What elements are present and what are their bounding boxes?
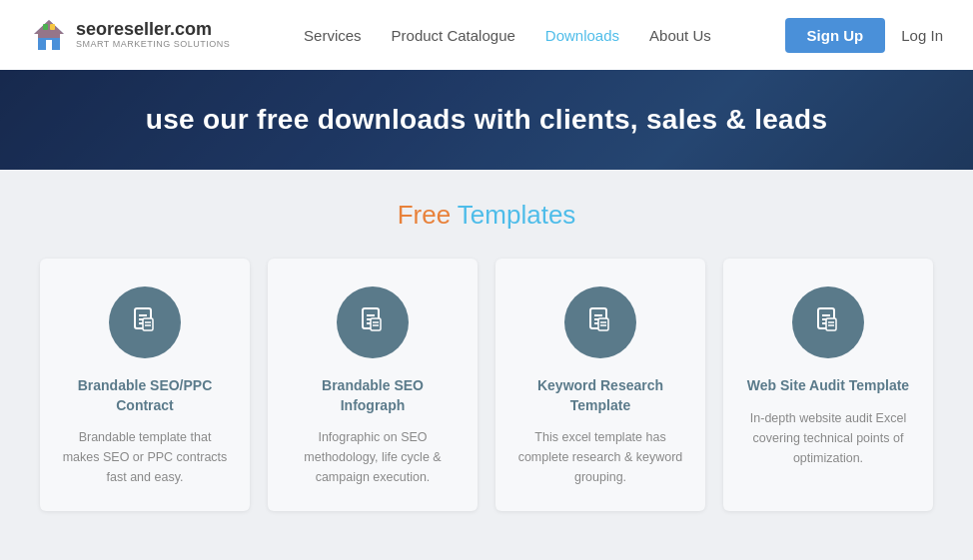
nav-product-catalogue[interactable]: Product Catalogue <box>392 27 515 44</box>
document-icon-3 <box>582 304 618 340</box>
document-icon-4 <box>810 304 846 340</box>
svg-rect-2 <box>43 24 48 30</box>
card-3-desc: This excel template has complete researc… <box>515 427 685 487</box>
svg-rect-29 <box>826 318 836 330</box>
card-4-icon-circle <box>792 286 864 358</box>
nav-services[interactable]: Services <box>304 27 362 44</box>
cards-grid: Brandable SEO/PPC Contract Brandable tem… <box>40 259 933 511</box>
logo[interactable]: seoreseller.com SMART MARKETING SOLUTION… <box>30 16 230 54</box>
nav-about-us[interactable]: About Us <box>649 27 711 44</box>
hero-heading: use our free downloads with clients, sal… <box>146 104 828 136</box>
login-button[interactable]: Log In <box>901 27 943 44</box>
card-3[interactable]: Keyword Research Template This excel tem… <box>495 259 705 511</box>
card-2-icon-circle <box>337 286 409 358</box>
hero-banner: use our free downloads with clients, sal… <box>0 70 973 170</box>
header: seoreseller.com SMART MARKETING SOLUTION… <box>0 0 973 70</box>
card-4[interactable]: Web Site Audit Template In-depth website… <box>723 259 933 511</box>
nav-downloads[interactable]: Downloads <box>545 27 619 44</box>
card-1-desc: Brandable template that makes SEO or PPC… <box>60 427 230 487</box>
card-4-desc: In-depth website audit Excel covering te… <box>743 408 913 468</box>
svg-rect-22 <box>598 318 608 330</box>
card-2-title: Brandable SEO Infograph <box>288 376 458 415</box>
svg-rect-3 <box>50 24 55 30</box>
document-icon-2 <box>355 304 391 340</box>
header-actions: Sign Up Log In <box>785 18 943 53</box>
main-nav: Services Product Catalogue Downloads Abo… <box>304 27 711 44</box>
svg-rect-15 <box>371 318 381 330</box>
logo-tagline: SMART MARKETING SOLUTIONS <box>76 40 230 50</box>
card-1-title: Brandable SEO/PPC Contract <box>60 376 230 415</box>
card-3-title: Keyword Research Template <box>515 376 685 415</box>
signup-button[interactable]: Sign Up <box>785 18 886 53</box>
card-3-icon-circle <box>564 286 636 358</box>
logo-name: seoreseller.com <box>76 20 230 40</box>
svg-marker-1 <box>34 20 64 38</box>
card-1[interactable]: Brandable SEO/PPC Contract Brandable tem… <box>40 259 250 511</box>
card-4-title: Web Site Audit Template <box>743 376 913 396</box>
card-2-desc: Infographic on SEO methodology, life cyc… <box>288 427 458 487</box>
main-content: Free Templates Brandable SEO/PPC Contrac… <box>0 170 973 560</box>
card-2[interactable]: Brandable SEO Infograph Infographic on S… <box>268 259 478 511</box>
section-title: Free Templates <box>40 200 933 231</box>
document-icon <box>127 304 163 340</box>
logo-icon <box>30 16 68 54</box>
svg-rect-8 <box>143 318 153 330</box>
card-1-icon-circle <box>109 286 181 358</box>
